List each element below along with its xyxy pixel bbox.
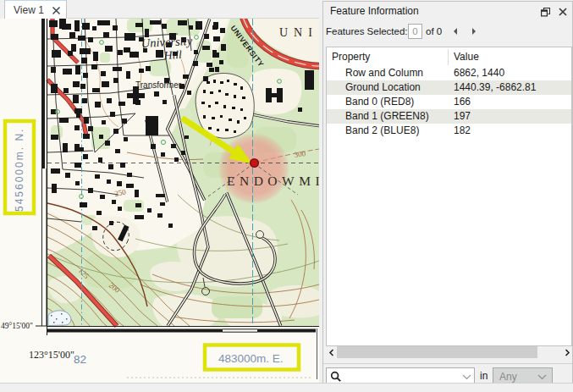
svg-text:Hill: Hill — [163, 48, 182, 62]
svg-text:300: 300 — [294, 149, 306, 159]
svg-text:123°15'00": 123°15'00" — [29, 349, 74, 361]
svg-text:UNI: UNI — [279, 26, 318, 39]
svg-text:ENDOWMI: ENDOWMI — [227, 174, 319, 188]
svg-text:5456000m. N.: 5456000m. N. — [14, 128, 25, 212]
svg-text:483000m. E.: 483000m. E. — [218, 352, 284, 365]
svg-text:Transformer: Transformer — [135, 80, 182, 90]
svg-text:82: 82 — [74, 353, 86, 366]
svg-text:University: University — [140, 34, 193, 50]
svg-text:49°15'00": 49°15'00" — [1, 322, 33, 330]
